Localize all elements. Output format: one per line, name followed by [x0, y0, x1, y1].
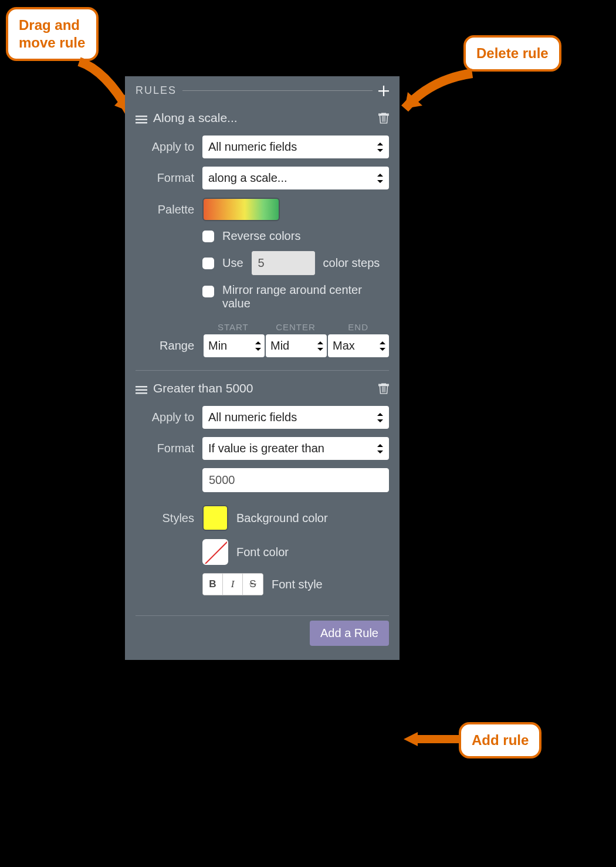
svg-rect-4 [136, 116, 147, 117]
mirror-label: Mirror range around center value [222, 283, 389, 310]
apply-to-value: All numeric fields [208, 140, 297, 153]
svg-rect-10 [136, 386, 147, 388]
range-center-value: Mid [270, 339, 289, 352]
apply-to-value: All numeric fields [208, 411, 297, 424]
callout-drag-move: Drag and move rule [6, 7, 99, 61]
apply-to-label: Apply to [136, 140, 194, 154]
rules-panel: RULES Along a scale... Apply to All nume… [125, 76, 400, 660]
svg-rect-6 [136, 122, 147, 124]
delete-rule-icon[interactable] [378, 112, 389, 124]
drag-handle-icon[interactable] [136, 113, 147, 123]
svg-marker-3 [404, 732, 418, 746]
use-steps-checkbox[interactable] [202, 258, 214, 269]
svg-rect-11 [136, 390, 147, 391]
select-caret-icon [377, 444, 383, 453]
select-caret-icon [377, 174, 383, 183]
rules-header-line [182, 90, 373, 91]
callout-add-rule: Add rule [459, 722, 541, 758]
range-end-select[interactable]: Max [328, 334, 389, 357]
italic-button[interactable]: I [223, 574, 243, 595]
format-label: Format [136, 442, 194, 455]
rule-divider [136, 615, 389, 616]
arrow-delete [396, 67, 478, 128]
select-caret-icon [377, 413, 383, 422]
strikethrough-button[interactable]: S [243, 574, 263, 595]
bold-button[interactable]: B [203, 574, 223, 595]
format-value: If value is greater than [208, 442, 324, 455]
font-color-label: Font color [236, 546, 289, 559]
range-end-value: Max [333, 339, 355, 352]
range-start-value: Min [208, 339, 227, 352]
apply-to-label: Apply to [136, 411, 194, 424]
add-rule-button[interactable]: Add a Rule [310, 621, 389, 646]
range-center-select[interactable]: Mid [266, 334, 327, 357]
rule-divider [136, 370, 389, 371]
select-caret-icon [377, 143, 383, 152]
apply-to-select[interactable]: All numeric fields [202, 136, 389, 158]
font-style-label: Font style [272, 578, 323, 591]
background-color-swatch[interactable] [202, 505, 228, 531]
select-caret-icon [255, 341, 261, 351]
callout-delete-rule: Delete rule [463, 35, 561, 72]
range-headers: START CENTER END [136, 322, 389, 332]
rule-title: Greater than 5000 [153, 381, 373, 395]
use-label: Use [222, 256, 243, 270]
range-label: Range [136, 339, 194, 353]
color-steps-label: color steps [323, 256, 380, 270]
add-rule-icon[interactable] [378, 86, 389, 96]
select-caret-icon [317, 341, 323, 351]
range-end-header: END [327, 322, 389, 332]
delete-rule-icon[interactable] [378, 382, 389, 394]
rules-header: RULES [136, 84, 389, 97]
palette-swatch[interactable] [202, 198, 280, 221]
range-start-select[interactable]: Min [204, 334, 265, 357]
palette-label: Palette [136, 203, 194, 216]
rules-header-title: RULES [136, 84, 177, 97]
arrow-add [404, 732, 462, 752]
threshold-input[interactable] [202, 468, 389, 492]
mirror-checkbox[interactable] [202, 286, 214, 297]
color-steps-input[interactable] [252, 251, 315, 275]
rule-block-1: Along a scale... Apply to All numeric fi… [136, 105, 389, 371]
format-value: along a scale... [208, 171, 287, 184]
select-caret-icon [380, 341, 385, 351]
svg-rect-12 [136, 392, 147, 394]
range-start-header: START [202, 322, 264, 332]
format-label: Format [136, 171, 194, 185]
font-style-group: B I S [202, 573, 263, 595]
apply-to-select[interactable]: All numeric fields [202, 406, 389, 429]
font-color-swatch[interactable] [202, 539, 228, 565]
reverse-colors-checkbox[interactable] [202, 231, 214, 242]
format-select[interactable]: If value is greater than [202, 437, 389, 460]
rule-block-2: Greater than 5000 Apply to All numeric f… [136, 375, 389, 646]
background-color-label: Background color [236, 512, 328, 525]
format-select[interactable]: along a scale... [202, 167, 389, 189]
drag-handle-icon[interactable] [136, 384, 147, 393]
styles-label: Styles [136, 512, 194, 525]
reverse-colors-label: Reverse colors [222, 229, 300, 243]
range-center-header: CENTER [265, 322, 327, 332]
rule-title: Along a scale... [153, 111, 373, 125]
svg-rect-5 [136, 119, 147, 121]
